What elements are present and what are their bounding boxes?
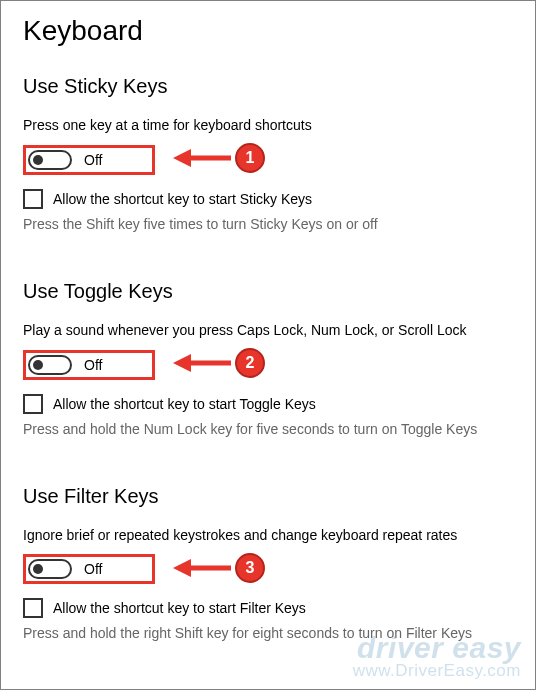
toggle-keys-description: Play a sound whenever you press Caps Loc… xyxy=(23,321,513,340)
toggle-keys-checkbox-label: Allow the shortcut key to start Toggle K… xyxy=(53,396,316,412)
arrow-icon xyxy=(173,147,233,169)
toggle-keys-toggle-row: Off xyxy=(23,350,155,380)
annotation-badge-3: 3 xyxy=(235,553,265,583)
filter-keys-checkbox-row[interactable]: Allow the shortcut key to start Filter K… xyxy=(23,598,513,618)
section-toggle-keys: Use Toggle Keys Play a sound whenever yo… xyxy=(23,280,513,439)
svg-marker-1 xyxy=(173,149,191,167)
svg-marker-5 xyxy=(173,559,191,577)
section-filter-keys: Use Filter Keys Ignore brief or repeated… xyxy=(23,485,513,644)
toggle-keys-toggle-state: Off xyxy=(84,357,102,373)
filter-keys-toggle-row: Off xyxy=(23,554,155,584)
filter-keys-toggle[interactable] xyxy=(28,559,72,579)
sticky-keys-toggle-row: Off xyxy=(23,145,155,175)
filter-keys-description: Ignore brief or repeated keystrokes and … xyxy=(23,526,513,545)
filter-keys-heading: Use Filter Keys xyxy=(23,485,513,508)
arrow-icon xyxy=(173,352,233,374)
sticky-keys-hint: Press the Shift key five times to turn S… xyxy=(23,215,513,234)
annotation-2: 2 xyxy=(173,348,265,378)
toggle-keys-heading: Use Toggle Keys xyxy=(23,280,513,303)
page-title: Keyboard xyxy=(23,15,513,47)
sticky-keys-description: Press one key at a time for keyboard sho… xyxy=(23,116,513,135)
sticky-keys-checkbox[interactable] xyxy=(23,189,43,209)
sticky-keys-checkbox-row[interactable]: Allow the shortcut key to start Sticky K… xyxy=(23,189,513,209)
toggle-keys-checkbox-row[interactable]: Allow the shortcut key to start Toggle K… xyxy=(23,394,513,414)
annotation-1: 1 xyxy=(173,143,265,173)
section-sticky-keys: Use Sticky Keys Press one key at a time … xyxy=(23,75,513,234)
filter-keys-toggle-state: Off xyxy=(84,561,102,577)
toggle-keys-toggle[interactable] xyxy=(28,355,72,375)
toggle-keys-hint: Press and hold the Num Lock key for five… xyxy=(23,420,513,439)
sticky-keys-checkbox-label: Allow the shortcut key to start Sticky K… xyxy=(53,191,312,207)
annotation-badge-2: 2 xyxy=(235,348,265,378)
arrow-icon xyxy=(173,557,233,579)
sticky-keys-heading: Use Sticky Keys xyxy=(23,75,513,98)
annotation-3: 3 xyxy=(173,553,265,583)
sticky-keys-toggle-state: Off xyxy=(84,152,102,168)
sticky-keys-toggle[interactable] xyxy=(28,150,72,170)
filter-keys-checkbox[interactable] xyxy=(23,598,43,618)
toggle-keys-checkbox[interactable] xyxy=(23,394,43,414)
svg-marker-3 xyxy=(173,354,191,372)
settings-panel: Keyboard Use Sticky Keys Press one key a… xyxy=(1,1,535,665)
filter-keys-hint: Press and hold the right Shift key for e… xyxy=(23,624,513,643)
annotation-badge-1: 1 xyxy=(235,143,265,173)
filter-keys-checkbox-label: Allow the shortcut key to start Filter K… xyxy=(53,600,306,616)
